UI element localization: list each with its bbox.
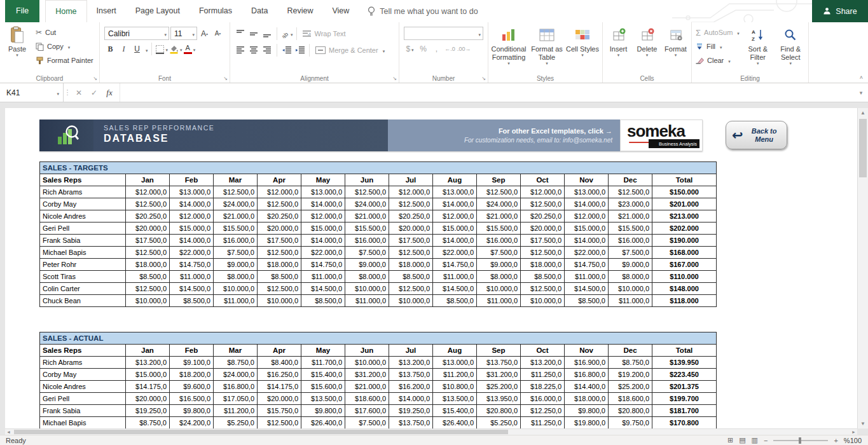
value-cell[interactable]: $17.500,0 — [389, 235, 433, 247]
column-header-month[interactable]: Aug — [433, 345, 477, 357]
zoom-slider[interactable] — [773, 440, 828, 441]
value-cell[interactable]: $8.400,0 — [258, 357, 301, 369]
wrap-text-button[interactable]: Wrap Text — [300, 27, 348, 41]
value-cell[interactable]: $11.000,0 — [433, 271, 477, 283]
value-cell[interactable]: $14.000,0 — [170, 198, 214, 210]
value-cell[interactable]: $17.500,0 — [126, 235, 170, 247]
rep-name-cell[interactable]: Frank Sabia — [40, 235, 126, 247]
value-cell[interactable]: $18.000,0 — [565, 393, 609, 405]
tab-formulas[interactable]: Formulas — [189, 0, 242, 22]
value-cell[interactable]: $14.750,0 — [301, 259, 345, 271]
value-cell[interactable]: $13.000,0 — [301, 186, 345, 198]
value-cell[interactable]: $15.600,0 — [301, 381, 345, 393]
value-cell[interactable]: $7.500,0 — [214, 247, 258, 259]
percent-style-button[interactable]: % — [417, 43, 429, 55]
format-cells-button[interactable]: Format — [661, 24, 690, 72]
value-cell[interactable]: $19.800,0 — [565, 417, 609, 429]
value-cell[interactable]: $9.000,0 — [477, 259, 521, 271]
column-header-month[interactable]: Nov — [565, 345, 609, 357]
column-header-month[interactable]: Jul — [389, 345, 433, 357]
value-cell[interactable]: $12.500,0 — [258, 247, 301, 259]
value-cell[interactable]: $15.500,0 — [609, 222, 652, 235]
column-header-month[interactable]: Mar — [214, 174, 258, 186]
tab-file[interactable]: File — [5, 0, 39, 22]
value-cell[interactable]: $26.400,0 — [301, 417, 345, 429]
increase-decimal-button[interactable]: ←.0 — [444, 43, 456, 55]
value-cell[interactable]: $11.000,0 — [477, 295, 521, 307]
worksheet[interactable]: SALES REP PERFORMANCE DATABASE For other… — [5, 108, 857, 428]
rep-name-cell[interactable]: Nicole Andres — [40, 381, 126, 393]
value-cell[interactable]: $18.000,0 — [126, 259, 170, 271]
column-header-month[interactable]: Dec — [609, 345, 652, 357]
value-cell[interactable]: $11.000,0 — [345, 295, 389, 307]
cell-styles-button[interactable]: Cell Styles — [566, 24, 599, 72]
value-cell[interactable]: $25.200,0 — [477, 381, 521, 393]
value-cell[interactable]: $11.250,0 — [521, 417, 565, 429]
column-header-month[interactable]: Oct — [521, 174, 565, 186]
value-cell[interactable]: $10.000,0 — [609, 283, 652, 295]
value-cell[interactable]: $13.500,0 — [301, 393, 345, 405]
value-cell[interactable]: $16.800,0 — [214, 381, 258, 393]
rep-name-cell[interactable]: Corby May — [40, 369, 126, 381]
total-cell[interactable]: $201.375 — [652, 381, 717, 393]
value-cell[interactable]: $12.500,0 — [258, 417, 301, 429]
value-cell[interactable]: $16.800,0 — [565, 369, 609, 381]
value-cell[interactable]: $16.000,0 — [477, 235, 521, 247]
value-cell[interactable]: $24.000,0 — [214, 369, 258, 381]
increase-indent-button[interactable] — [294, 44, 306, 57]
value-cell[interactable]: $12.500,0 — [345, 186, 389, 198]
rep-name-cell[interactable]: Rich Abrams — [40, 357, 126, 369]
font-color-button[interactable]: A — [184, 43, 196, 55]
column-header-sales-reps[interactable]: Sales Reps — [40, 174, 126, 186]
value-cell[interactable]: $10.000,0 — [389, 295, 433, 307]
value-cell[interactable]: $13.750,0 — [477, 357, 521, 369]
value-cell[interactable]: $15.500,0 — [477, 222, 521, 235]
value-cell[interactable]: $16.000,0 — [345, 235, 389, 247]
value-cell[interactable]: $13.000,0 — [170, 186, 214, 198]
conditional-formatting-button[interactable]: Conditional Formatting — [490, 24, 528, 72]
tab-view[interactable]: View — [322, 0, 359, 22]
shrink-font-button[interactable]: A▾ — [212, 27, 224, 40]
value-cell[interactable]: $23.000,0 — [609, 198, 652, 210]
value-cell[interactable]: $19.250,0 — [126, 405, 170, 417]
value-cell[interactable]: $14.400,0 — [565, 381, 609, 393]
value-cell[interactable]: $12.500,0 — [389, 247, 433, 259]
delete-cells-button[interactable]: Delete — [633, 24, 661, 72]
value-cell[interactable]: $18.600,0 — [609, 393, 652, 405]
value-cell[interactable]: $15.000,0 — [170, 222, 214, 235]
value-cell[interactable]: $12.500,0 — [389, 198, 433, 210]
borders-button[interactable] — [155, 43, 169, 55]
value-cell[interactable]: $10.000,0 — [258, 295, 301, 307]
column-header-month[interactable]: Aug — [433, 174, 477, 186]
value-cell[interactable]: $12.000,0 — [565, 210, 609, 222]
value-cell[interactable]: $12.000,0 — [521, 186, 565, 198]
value-cell[interactable]: $8.750,0 — [214, 357, 258, 369]
column-header-month[interactable]: Jul — [389, 174, 433, 186]
value-cell[interactable]: $22.000,0 — [301, 247, 345, 259]
rep-name-cell[interactable]: Nicole Andres — [40, 210, 126, 222]
value-cell[interactable]: $16.200,0 — [389, 381, 433, 393]
align-middle-button[interactable] — [248, 27, 260, 40]
grow-font-button[interactable]: A▴ — [198, 27, 210, 40]
value-cell[interactable]: $20.000,0 — [258, 222, 301, 235]
normal-view-icon[interactable]: ⊞ — [727, 436, 733, 444]
cancel-entry-icon[interactable] — [71, 83, 86, 102]
value-cell[interactable]: $15.000,0 — [126, 369, 170, 381]
column-header-month[interactable]: Jan — [126, 345, 170, 357]
total-cell[interactable]: $181.700 — [652, 405, 717, 417]
value-cell[interactable]: $13.000,0 — [433, 357, 477, 369]
value-cell[interactable]: $16.900,0 — [565, 357, 609, 369]
column-header-month[interactable]: Jun — [345, 174, 389, 186]
rep-name-cell[interactable]: Scott Tiras — [40, 271, 126, 283]
tab-insert[interactable]: Insert — [87, 0, 126, 22]
value-cell[interactable]: $13.200,0 — [521, 357, 565, 369]
rep-name-cell[interactable]: Geri Pell — [40, 222, 126, 235]
page-layout-view-icon[interactable]: ▤ — [739, 436, 745, 444]
value-cell[interactable]: $24.000,0 — [477, 198, 521, 210]
value-cell[interactable]: $7.500,0 — [609, 247, 652, 259]
value-cell[interactable]: $11.000,0 — [609, 295, 652, 307]
value-cell[interactable]: $9.800,0 — [301, 405, 345, 417]
value-cell[interactable]: $15.500,0 — [214, 222, 258, 235]
tab-page-layout[interactable]: Page Layout — [126, 0, 189, 22]
value-cell[interactable]: $17.600,0 — [345, 405, 389, 417]
